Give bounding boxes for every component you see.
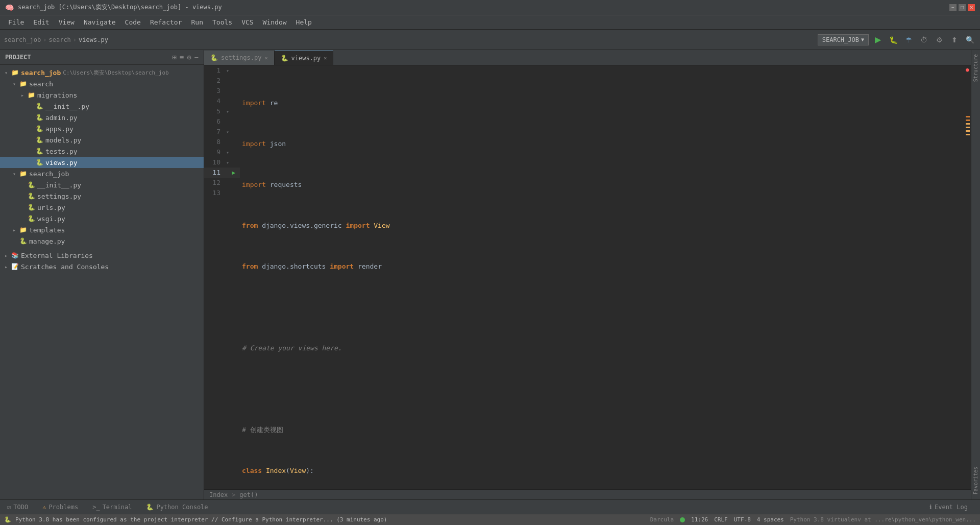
tab-label-views: views.py	[291, 55, 321, 62]
menu-item-file[interactable]: File	[4, 17, 28, 27]
menu-item-run[interactable]: Run	[187, 17, 207, 27]
tree-item-apps-py[interactable]: 🐍 apps.py	[0, 123, 204, 134]
minimize-button[interactable]: −	[949, 4, 957, 11]
git-button[interactable]: ⬆	[948, 34, 961, 46]
tree-arrow-scratches: ▸	[2, 264, 10, 270]
sidebar-icon-expand[interactable]: ⊞	[172, 53, 176, 61]
tree-item-root-project[interactable]: ▾ 📁 search_job C:\Users\窦安\Desktop\searc…	[0, 67, 204, 78]
status-python-text[interactable]: Python 3.8 has been configured as the pr…	[15, 516, 387, 523]
tree-item-scratches[interactable]: ▸ 📝 Scratches and Consoles	[0, 261, 204, 272]
tree-label-templates: templates	[29, 226, 65, 234]
fold-10[interactable]: ▾	[224, 160, 232, 165]
tree-item-tests-py[interactable]: 🐍 tests.py	[0, 146, 204, 157]
sidebar-icon-collapse[interactable]: −	[194, 53, 199, 61]
fold-9[interactable]: ▾	[224, 150, 232, 155]
tree-label-tests: tests.py	[45, 148, 78, 155]
menu-item-view[interactable]: View	[55, 17, 79, 27]
debug-button[interactable]: 🐛	[887, 34, 899, 46]
tree-item-admin-py[interactable]: 🐍 admin.py	[0, 112, 204, 123]
tree-item-settings-py[interactable]: 🐍 settings.py	[0, 190, 204, 202]
toolbar: search_job › search › views.py SEARCH_JO…	[0, 30, 980, 50]
sidebar-icon-settings[interactable]: ⚙	[187, 53, 191, 61]
tree-label-project: search_job	[21, 69, 61, 77]
tab-close-settings[interactable]: ✕	[264, 55, 267, 61]
code-content[interactable]: import re import json import requests fr…	[240, 65, 965, 489]
coverage-button[interactable]: ☂	[902, 34, 915, 46]
tree-label-manage: manage.py	[29, 237, 65, 245]
tree-label-search: search	[29, 80, 53, 88]
tree-item-search-folder[interactable]: ▾ 📁 search	[0, 78, 204, 89]
tree-item-search-job-folder[interactable]: ▾ 📁 search_job	[0, 168, 204, 179]
profile-button[interactable]: ⏱	[918, 34, 930, 46]
breadcrumb-folder[interactable]: search	[48, 36, 70, 43]
menu-item-refactor[interactable]: Refactor	[146, 17, 186, 27]
menu-item-tools[interactable]: Tools	[208, 17, 236, 27]
tree-item-urls-py[interactable]: 🐍 urls.py	[0, 202, 204, 213]
fold-1[interactable]: ▾	[224, 68, 232, 74]
menu-item-window[interactable]: Window	[259, 17, 291, 27]
menu-bar: FileEditViewNavigateCodeRefactorRunTools…	[0, 15, 980, 30]
tree-label-sj-init: __init__.py	[37, 181, 81, 189]
gutter-line-9: 9 ▾	[204, 147, 240, 157]
status-encoding[interactable]: UTF-8	[734, 516, 751, 523]
bottom-tab-terminal[interactable]: >_ Terminal	[85, 500, 139, 514]
run-config-selector[interactable]: SEARCH_JOB ▼	[818, 34, 869, 45]
breadcrumb-project[interactable]: search_job	[4, 36, 41, 43]
bottom-tab-todo[interactable]: ☑ TODO	[0, 500, 35, 514]
sidebar-icons: ⊞ ≡ ⚙ −	[172, 53, 199, 61]
bottom-tab-problems[interactable]: ⚠ Problems	[35, 500, 85, 514]
tab-views[interactable]: 🐍 views.py ✕	[275, 51, 334, 65]
code-line-4: from django.views.generic import View	[242, 221, 965, 231]
editor-breadcrumb-method[interactable]: get()	[239, 491, 258, 498]
scroll-marker-4	[966, 127, 970, 128]
status-indent[interactable]: 4 spaces	[757, 516, 784, 523]
tree-item-templates[interactable]: ▸ 📁 templates	[0, 224, 204, 235]
status-line-ending[interactable]: CRLF	[714, 516, 728, 523]
tab-settings[interactable]: 🐍 settings.py ✕	[204, 51, 275, 65]
tree-item-manage-py[interactable]: 🐍 manage.py	[0, 235, 204, 247]
line-num-7: 7	[204, 127, 224, 137]
bottom-tab-python-console[interactable]: 🐍 Python Console	[139, 500, 215, 514]
search-everywhere-button[interactable]: 🔍	[964, 34, 976, 46]
tree-item-wsgi-py[interactable]: 🐍 wsgi.py	[0, 213, 204, 224]
breadcrumb-sep1: ›	[43, 36, 46, 43]
code-editor[interactable]: 1 ▾ 2 3 4	[204, 65, 971, 489]
menu-item-edit[interactable]: Edit	[29, 17, 53, 27]
folder-icon-project: 📁	[10, 69, 19, 76]
line-num-12: 12	[204, 178, 224, 188]
status-time[interactable]: 11:26	[691, 516, 708, 523]
run-indicator-icon[interactable]: ▶	[232, 169, 240, 176]
tree-arrow-ext-libs: ▸	[2, 253, 10, 258]
status-interpreter[interactable]: Python 3.8 virtualenv at ...re\python_ve…	[790, 516, 976, 523]
menu-item-vcs[interactable]: VCS	[237, 17, 257, 27]
tree-item-external-libs[interactable]: ▸ 📚 External Libraries	[0, 250, 204, 261]
status-theme[interactable]: Darcula	[650, 516, 674, 523]
breadcrumb-file[interactable]: views.py	[79, 36, 108, 43]
sidebar-icon-list[interactable]: ≡	[180, 53, 184, 61]
tree-item-migrations[interactable]: ▸ 📁 migrations	[0, 89, 204, 101]
event-log-button[interactable]: ℹ Event Log	[922, 500, 975, 514]
tree-item-sj-init[interactable]: 🐍 __init__.py	[0, 179, 204, 190]
tab-close-views[interactable]: ✕	[324, 55, 327, 61]
maximize-button[interactable]: □	[959, 4, 966, 11]
tree-arrow-search: ▾	[10, 81, 18, 87]
py-icon-views: 🐍	[35, 159, 44, 166]
main-layout: Project ⊞ ≡ ⚙ − ▾ 📁 search_job C:\Users\…	[0, 50, 980, 499]
menu-item-code[interactable]: Code	[121, 17, 145, 27]
event-log-icon: ℹ	[929, 504, 932, 511]
title-bar-controls[interactable]: − □ ✕	[949, 4, 975, 11]
close-button[interactable]: ✕	[968, 4, 975, 11]
settings-button[interactable]: ⚙	[933, 34, 945, 46]
code-line-9: # 创建类视图	[242, 425, 965, 435]
tree-item-init-py[interactable]: 🐍 __init__.py	[0, 101, 204, 112]
fold-5[interactable]: ▾	[224, 109, 232, 114]
tree-item-views-py[interactable]: 🐍 views.py	[0, 157, 204, 168]
menu-item-help[interactable]: Help	[292, 17, 316, 27]
run-button[interactable]: ▶	[872, 34, 884, 46]
favorites-label[interactable]: Favorites	[973, 467, 978, 494]
fold-7[interactable]: ▾	[224, 129, 232, 135]
structure-label[interactable]: Structure	[973, 54, 978, 82]
tree-item-models-py[interactable]: 🐍 models.py	[0, 134, 204, 146]
menu-item-navigate[interactable]: Navigate	[80, 17, 120, 27]
editor-breadcrumb-index[interactable]: Index	[209, 491, 228, 498]
